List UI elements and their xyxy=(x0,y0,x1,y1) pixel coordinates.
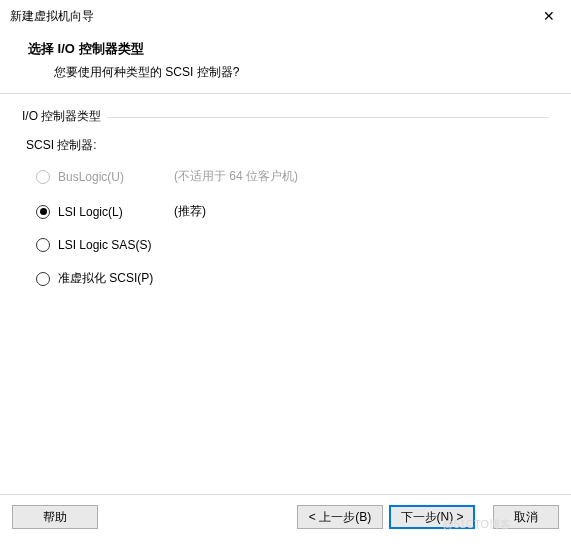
option-label: LSI Logic(L) xyxy=(58,205,174,219)
radio-lsi-logic-sas[interactable] xyxy=(36,238,50,252)
group-title: I/O 控制器类型 xyxy=(22,108,107,125)
radio-group-scsi: BusLogic(U) (不适用于 64 位客户机) LSI Logic(L) … xyxy=(36,168,549,287)
radio-lsi-logic[interactable] xyxy=(36,205,50,219)
close-button[interactable]: ✕ xyxy=(537,6,561,26)
scsi-controller-label: SCSI 控制器: xyxy=(26,137,549,154)
radio-paravirtual-scsi[interactable] xyxy=(36,272,50,286)
close-icon: ✕ xyxy=(543,8,555,24)
radio-buslogic xyxy=(36,170,50,184)
wizard-body: I/O 控制器类型 SCSI 控制器: BusLogic(U) (不适用于 64… xyxy=(0,94,571,494)
option-hint: (不适用于 64 位客户机) xyxy=(174,168,298,185)
next-button[interactable]: 下一步(N) > xyxy=(389,505,475,529)
option-label: LSI Logic SAS(S) xyxy=(58,238,174,252)
option-label: BusLogic(U) xyxy=(58,170,174,184)
window-title: 新建虚拟机向导 xyxy=(10,8,94,25)
page-subtitle: 您要使用何种类型的 SCSI 控制器? xyxy=(28,64,557,81)
title-bar: 新建虚拟机向导 ✕ xyxy=(0,0,571,30)
option-buslogic: BusLogic(U) (不适用于 64 位客户机) xyxy=(36,168,549,185)
option-lsi-logic[interactable]: LSI Logic(L) (推荐) xyxy=(36,203,549,220)
page-title: 选择 I/O 控制器类型 xyxy=(28,40,557,58)
help-button[interactable]: 帮助 xyxy=(12,505,98,529)
group-title-wrap: I/O 控制器类型 xyxy=(22,108,549,125)
option-lsi-logic-sas[interactable]: LSI Logic SAS(S) xyxy=(36,238,549,252)
cancel-button[interactable]: 取消 xyxy=(493,505,559,529)
option-hint: (推荐) xyxy=(174,203,206,220)
back-button[interactable]: < 上一步(B) xyxy=(297,505,383,529)
wizard-footer: 帮助 < 上一步(B) 下一步(N) > 取消 xyxy=(0,494,571,539)
option-paravirtual-scsi[interactable]: 准虚拟化 SCSI(P) xyxy=(36,270,549,287)
wizard-header: 选择 I/O 控制器类型 您要使用何种类型的 SCSI 控制器? xyxy=(0,30,571,93)
option-label: 准虚拟化 SCSI(P) xyxy=(58,270,174,287)
